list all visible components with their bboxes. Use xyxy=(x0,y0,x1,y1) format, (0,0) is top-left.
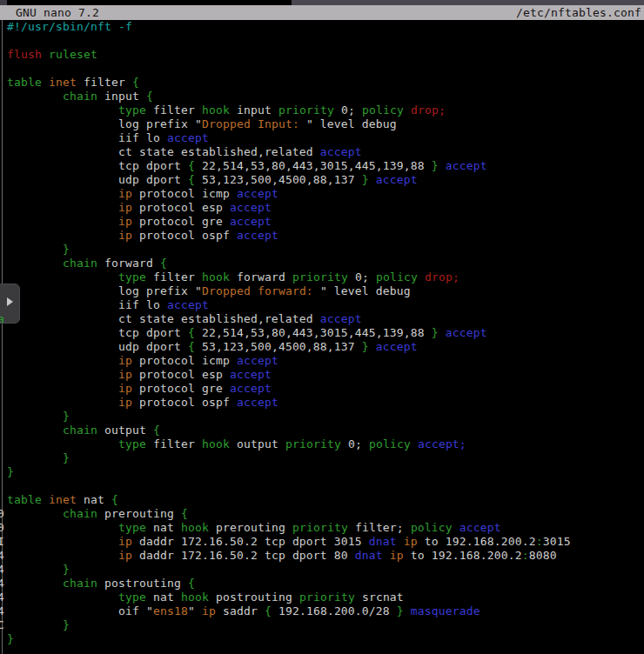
nano-version-label: GNU nano 7.2 xyxy=(16,5,99,20)
clipped-glyph-fragment: 4 xyxy=(0,604,5,618)
code-token: input xyxy=(230,103,278,117)
code-line: chain prerouting { xyxy=(7,507,642,521)
code-token: inet xyxy=(49,76,77,89)
code-token: nat xyxy=(146,591,181,604)
code-token: 53,123,500,4500,88,137 xyxy=(195,173,362,186)
code-token xyxy=(7,368,118,381)
code-line: } xyxy=(7,465,642,479)
code-token: Dropped forward: xyxy=(202,284,320,297)
code-token: forward xyxy=(230,270,292,284)
code-token xyxy=(369,340,376,353)
code-line: log prefix "Dropped forward: " level deb… xyxy=(7,284,642,298)
code-token xyxy=(7,354,118,367)
code-token: drop; xyxy=(411,103,446,117)
code-token: ip xyxy=(118,368,132,381)
code-token xyxy=(7,577,63,590)
code-token: type xyxy=(118,103,146,117)
code-token: accept xyxy=(376,340,418,353)
code-token: log prefix " xyxy=(7,284,202,297)
code-token xyxy=(383,549,390,562)
code-token xyxy=(397,535,404,548)
code-token: accept xyxy=(460,521,501,534)
code-token: { xyxy=(188,340,195,353)
code-token: " xyxy=(188,604,202,617)
code-token: ruleset xyxy=(49,48,97,61)
code-token: accept xyxy=(237,229,278,242)
code-token: iif lo xyxy=(7,298,167,311)
code-token: 0; xyxy=(348,270,376,284)
code-token: udp dport xyxy=(7,340,188,353)
code-token: { xyxy=(146,90,153,103)
code-token: 22,514,53,80,443,3015,445,139,88 xyxy=(195,159,432,172)
code-line: iif lo accept xyxy=(7,298,642,312)
clipped-glyph-fragment: I xyxy=(0,535,5,549)
code-token: daddr 172.16.50.2 tcp dport 3015 xyxy=(132,535,369,548)
code-token: saddr xyxy=(216,604,265,617)
code-token xyxy=(7,201,118,214)
code-token: { xyxy=(132,76,139,89)
code-token: tcp dport xyxy=(7,159,188,172)
code-token: hook xyxy=(181,591,209,604)
code-token: accept xyxy=(230,201,272,214)
clipped-glyph-fragment: 4 xyxy=(0,563,5,577)
code-token: ip xyxy=(118,549,132,562)
code-token: ip xyxy=(390,549,404,562)
code-token xyxy=(404,604,411,617)
code-token: accept xyxy=(320,145,362,158)
code-token: protocol gre xyxy=(132,215,230,228)
clipped-glyph-fragment: 4 xyxy=(0,591,5,604)
code-token: ip xyxy=(118,382,132,395)
code-token: filter; xyxy=(348,521,411,534)
code-line: type filter hook forward priority 0; pol… xyxy=(7,270,642,284)
code-token: accept; xyxy=(418,437,466,450)
code-token: } xyxy=(7,465,14,478)
code-line: iif lo accept xyxy=(7,131,642,145)
code-token: iif lo xyxy=(7,131,167,144)
code-token: protocol esp xyxy=(132,201,230,214)
code-line: } xyxy=(7,632,642,646)
code-token: log prefix " xyxy=(7,117,202,130)
code-line: ip protocol icmp accept xyxy=(7,187,642,201)
clipped-glyph-fragment: 0 xyxy=(0,507,5,521)
code-token: 8080 xyxy=(529,549,557,562)
code-token: 0; xyxy=(341,437,369,450)
code-token: 53,123,500,4500,88,137 xyxy=(195,340,362,353)
code-line: udp dport { 53,123,500,4500,88,137 } acc… xyxy=(7,173,642,187)
code-token: output xyxy=(230,437,285,450)
code-line: ip protocol ospf accept xyxy=(7,396,642,410)
clipped-glyph-fragment: 4 xyxy=(0,577,5,591)
code-token: policy xyxy=(376,270,418,284)
code-token: ip xyxy=(202,604,216,617)
code-token xyxy=(7,396,118,409)
code-line xyxy=(7,34,642,48)
code-token: } xyxy=(63,451,70,464)
code-token: { xyxy=(188,159,195,172)
code-token xyxy=(7,270,118,284)
code-token: ip xyxy=(118,535,132,548)
code-token xyxy=(369,173,376,186)
code-line: type filter hook input priority 0; polic… xyxy=(7,103,642,117)
code-token: filter xyxy=(146,270,202,284)
code-token: policy xyxy=(369,437,411,450)
code-token: chain xyxy=(63,424,97,437)
code-token: hook xyxy=(202,103,230,117)
code-token: type xyxy=(118,437,146,450)
code-token: { xyxy=(265,604,272,617)
code-line: ip protocol ospf accept xyxy=(7,229,642,243)
code-token: } xyxy=(397,604,404,617)
code-token xyxy=(7,535,118,548)
code-token: ip xyxy=(118,229,132,242)
code-token: : xyxy=(536,535,543,548)
code-token: priority xyxy=(278,103,334,117)
code-token xyxy=(7,591,118,604)
editor-buffer[interactable]: #!/usr/sbin/nft -fflush rulesettable ine… xyxy=(7,20,642,646)
code-token: nat xyxy=(146,521,181,534)
code-token: oif " xyxy=(7,604,153,617)
code-token: accept xyxy=(376,173,418,186)
code-token: } xyxy=(432,326,439,339)
code-token: accept xyxy=(230,368,272,381)
code-line: } xyxy=(7,410,642,424)
code-token: inet xyxy=(49,493,77,506)
code-token: ip xyxy=(404,535,418,548)
terminal-screen: GNU nano 7.2 /etc/nftables.conf #!/usr/s… xyxy=(0,0,644,654)
